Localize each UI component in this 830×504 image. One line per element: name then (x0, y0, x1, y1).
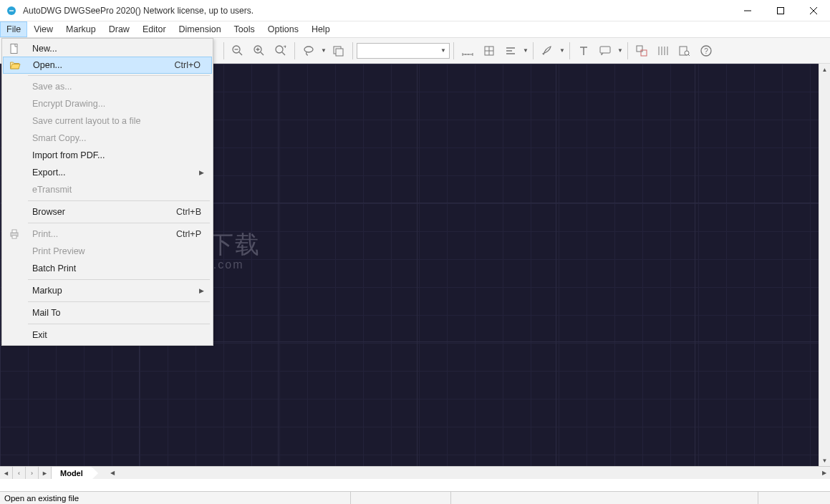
file-menu-item-smart-copy: Smart Copy... (4, 130, 211, 147)
find-icon[interactable] (675, 41, 695, 61)
vertical-scrollbar[interactable]: ▲ ▼ (819, 64, 830, 466)
file-menu-item-exit[interactable]: Exit (4, 326, 211, 344)
zoom-out-icon[interactable] (228, 41, 248, 61)
open-folder-icon (4, 59, 26, 71)
menu-view[interactable]: View (27, 21, 59, 37)
scroll-left-icon[interactable]: ◀ (107, 470, 118, 476)
lasso-icon[interactable] (299, 41, 319, 61)
file-menu-item-browser[interactable]: BrowserCtrl+B (4, 203, 211, 220)
brush-icon[interactable] (537, 41, 557, 61)
menu-separator (28, 200, 210, 201)
menu-draw[interactable]: Draw (102, 21, 136, 37)
file-menu-dropdown: New...Open...Ctrl+OSave as...Encrypt Dra… (1, 38, 213, 346)
toolbar-separator (294, 42, 295, 59)
zoom-in-icon[interactable] (249, 41, 269, 61)
align-icon[interactable] (501, 41, 521, 61)
toolbar-separator (453, 42, 454, 59)
menu-item-shortcut: Ctrl+O (175, 60, 211, 70)
horizontal-scrollbar[interactable]: ◀ ▶ (107, 467, 830, 479)
menu-dimension[interactable]: Dimension (173, 21, 228, 37)
zoom-extents-icon[interactable] (271, 41, 291, 61)
print-icon (4, 228, 25, 240)
file-menu-item-new[interactable]: New... (4, 40, 211, 57)
menu-tools[interactable]: Tools (228, 21, 261, 37)
menu-options[interactable]: Options (261, 21, 305, 37)
scroll-up-icon[interactable]: ▲ (819, 64, 830, 75)
toolbar-separator (627, 42, 628, 59)
tab-next-icon[interactable]: › (26, 467, 39, 479)
lasso-dropdown-icon[interactable]: ▼ (320, 47, 327, 54)
maximize-button[interactable] (764, 0, 797, 21)
svg-rect-1 (778, 7, 784, 14)
svg-rect-7 (336, 49, 343, 56)
compare-icon[interactable] (632, 41, 652, 61)
svg-point-4 (276, 46, 283, 53)
tabs-row: ◄ ‹ › ► Model ◀ ▶ (0, 466, 830, 479)
menu-item-label: Import from PDF... (25, 150, 211, 160)
scroll-down-icon[interactable]: ▼ (819, 455, 830, 466)
toolbar-separator (569, 42, 570, 59)
menu-item-label: New... (25, 44, 211, 54)
close-button[interactable] (797, 0, 830, 21)
menu-help[interactable]: Help (305, 21, 337, 37)
hatch-icon[interactable] (653, 41, 673, 61)
svg-rect-10 (637, 46, 642, 52)
file-menu-item-save-as: Save as... (4, 78, 211, 95)
minimize-button[interactable] (731, 0, 764, 21)
app-icon (4, 4, 19, 18)
menu-item-label: Smart Copy... (25, 133, 211, 143)
file-menu-item-open[interactable]: Open...Ctrl+O (3, 57, 212, 74)
toolbar-separator (223, 42, 224, 59)
file-menu-item-etransmit: eTransmit (4, 181, 211, 198)
menu-item-label: Mail To (25, 308, 211, 318)
menu-item-label: Browser (25, 207, 176, 217)
file-menu-item-markup[interactable]: Markup▶ (4, 282, 211, 299)
tab-model[interactable]: Model (52, 467, 92, 479)
scroll-right-icon[interactable]: ▶ (819, 470, 830, 476)
menu-markup[interactable]: Markup (59, 21, 102, 37)
menu-item-label: Exit (25, 330, 211, 340)
menu-item-label: Save current layout to a file (25, 116, 211, 126)
text-icon[interactable] (574, 41, 594, 61)
titlebar: AutoDWG DWGSeePro 2020() Network license… (0, 0, 830, 21)
menu-separator (28, 279, 210, 280)
menu-file[interactable]: File (0, 21, 27, 37)
comment-dropdown-icon[interactable]: ▼ (617, 47, 624, 54)
tab-first-icon[interactable]: ◄ (0, 467, 13, 479)
layer-combo[interactable]: ▼ (357, 43, 450, 59)
menu-editor[interactable]: Editor (136, 21, 173, 37)
comment-icon[interactable] (595, 41, 615, 61)
brush-dropdown-icon[interactable]: ▼ (559, 47, 566, 54)
svg-rect-11 (641, 50, 647, 56)
help-icon[interactable]: ? (696, 41, 716, 61)
svg-text:?: ? (704, 47, 708, 55)
menu-separator (28, 301, 210, 302)
file-menu-item-export[interactable]: Export...▶ (4, 164, 211, 181)
file-menu-item-print-preview: Print Preview (4, 243, 211, 260)
window-title: AutoDWG DWGSeePro 2020() Network license… (23, 6, 731, 16)
file-menu-item-mail-to[interactable]: Mail To (4, 304, 211, 321)
align-dropdown-icon[interactable]: ▼ (522, 47, 529, 54)
file-menu-item-import-from-pdf[interactable]: Import from PDF... (4, 147, 211, 164)
tab-last-icon[interactable]: ► (39, 467, 52, 479)
measure-area-icon[interactable] (479, 41, 499, 61)
menu-separator (28, 223, 210, 223)
file-menu-item-encrypt-drawing: Encrypt Drawing... (4, 95, 211, 112)
tab-prev-icon[interactable]: ‹ (13, 467, 26, 479)
layers-icon[interactable] (329, 41, 349, 61)
toolbar-separator (352, 42, 353, 59)
statusbar: Open an existing file (0, 491, 830, 504)
menu-separator (28, 75, 210, 76)
menu-item-label: Save as... (25, 82, 211, 92)
menu-item-shortcut: Ctrl+B (176, 207, 211, 217)
menu-item-label: Batch Print (25, 263, 211, 273)
menu-item-label: Print... (25, 229, 176, 239)
file-menu-item-batch-print[interactable]: Batch Print (4, 260, 211, 277)
measure-distance-icon[interactable] (458, 41, 478, 61)
file-menu-item-print: Print...Ctrl+P (4, 226, 211, 243)
new-file-icon (4, 43, 25, 54)
menubar: File View Markup Draw Editor Dimension T… (0, 21, 830, 38)
svg-rect-9 (600, 47, 610, 53)
menu-item-label: Open... (26, 60, 175, 70)
svg-rect-18 (12, 230, 16, 233)
